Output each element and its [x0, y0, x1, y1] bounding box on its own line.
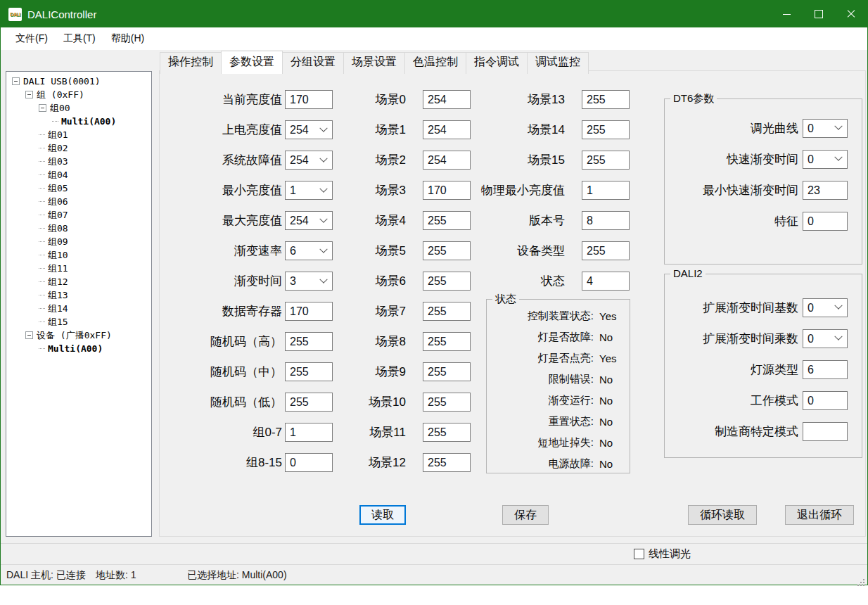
tab[interactable]: 场景设置 — [343, 52, 405, 74]
field-input[interactable]: 0 — [803, 298, 848, 317]
tree-item[interactable]: 组12 — [6, 275, 151, 288]
field-input[interactable]: 6 — [285, 241, 333, 260]
chevron-down-icon — [319, 184, 327, 192]
tree-connector — [39, 201, 45, 202]
tree-expander-icon[interactable] — [25, 331, 33, 339]
tree-connector — [39, 295, 45, 295]
status-label: 限制错误: — [487, 373, 594, 386]
field-value: 255 — [423, 424, 447, 441]
menu-item[interactable]: 工具(T) — [56, 28, 103, 49]
field-value: 255 — [582, 242, 606, 260]
field-input[interactable]: 255 — [423, 423, 471, 442]
tab[interactable]: 调试监控 — [527, 52, 589, 74]
tree-expander-icon[interactable] — [12, 77, 20, 85]
resize-grip-icon[interactable] — [857, 579, 859, 580]
param-field-row: 最小亮度值 1 — [161, 175, 333, 205]
tree-item[interactable]: 组03 — [6, 155, 151, 168]
param-field-row: 组0-7 1 — [161, 417, 333, 447]
menu-item[interactable]: 帮助(H) — [103, 28, 152, 49]
tree-item[interactable]: 组15 — [6, 315, 151, 329]
field-input[interactable]: 23 — [803, 181, 848, 200]
tree-item[interactable]: 组02 — [6, 141, 151, 155]
action-button[interactable]: 退出循环 — [785, 505, 854, 525]
tree-expander-icon[interactable] — [39, 104, 46, 112]
field-value: 3 — [286, 272, 296, 290]
field-input[interactable]: 170 — [285, 90, 333, 109]
field-label: 组0-7 — [161, 424, 282, 440]
maximize-button[interactable] — [803, 1, 835, 27]
action-button[interactable]: 读取 — [359, 505, 406, 525]
tree-item[interactable]: 组13 — [6, 288, 151, 302]
field-value: 0 — [803, 120, 814, 137]
field-input[interactable]: 255 — [582, 241, 630, 260]
tree-item[interactable]: 组08 — [6, 222, 151, 235]
field-input[interactable]: 254 — [285, 211, 333, 230]
field-input[interactable] — [803, 422, 848, 441]
tab[interactable]: 操作控制 — [160, 52, 222, 74]
tab[interactable]: 分组设置 — [282, 52, 344, 74]
checkbox[interactable] — [634, 549, 644, 559]
tree-item[interactable]: 组10 — [6, 248, 151, 262]
field-input[interactable]: 255 — [285, 393, 333, 412]
field-input[interactable]: 0 — [803, 212, 848, 231]
field-input[interactable]: 3 — [285, 272, 333, 291]
field-value: 254 — [286, 121, 309, 139]
tree-item[interactable]: 组07 — [6, 208, 151, 222]
field-input[interactable]: 255 — [582, 90, 630, 109]
close-button[interactable] — [835, 1, 867, 27]
field-input[interactable]: 255 — [423, 332, 471, 351]
field-input[interactable]: 4 — [582, 272, 630, 291]
tree-expander-icon[interactable] — [25, 91, 33, 98]
field-input[interactable]: 1 — [285, 181, 333, 200]
tree-item[interactable]: Multi(A00) — [6, 115, 151, 128]
tab[interactable]: 参数设置 — [221, 51, 283, 74]
action-button[interactable]: 保存 — [502, 505, 549, 525]
field-input[interactable]: 0 — [803, 391, 848, 410]
chevron-down-icon — [319, 124, 327, 132]
field-input[interactable]: 255 — [423, 393, 471, 412]
tree-item[interactable]: 组11 — [6, 262, 151, 275]
tree-item[interactable]: 组00 — [6, 101, 151, 115]
tree-item-label: Multi(A00) — [48, 343, 103, 354]
field-input[interactable]: 255 — [423, 362, 471, 381]
tree-item[interactable]: DALI USB(0001) — [6, 75, 151, 88]
field-value: 255 — [423, 212, 447, 229]
field-value: 6 — [286, 242, 296, 260]
field-input[interactable]: 255 — [582, 151, 630, 170]
field-input[interactable]: 170 — [285, 302, 333, 321]
tree-item[interactable]: 组01 — [6, 128, 151, 141]
field-input[interactable]: 0 — [285, 453, 333, 472]
action-button[interactable]: 循环读取 — [688, 505, 757, 525]
field-input[interactable]: 8 — [582, 211, 630, 230]
tree-item[interactable]: 组 (0xFF) — [6, 88, 151, 101]
tab[interactable]: 指令调试 — [466, 52, 528, 74]
minimize-button[interactable] — [770, 1, 803, 27]
field-input[interactable]: 1 — [582, 181, 630, 200]
field-input[interactable]: 0 — [803, 150, 848, 169]
field-input[interactable]: 255 — [285, 332, 333, 351]
tree-item[interactable]: 组06 — [6, 195, 151, 208]
field-label: 渐变速率 — [161, 243, 282, 259]
tree-item[interactable]: 组09 — [6, 235, 151, 248]
tree-connector — [39, 281, 45, 282]
field-input[interactable]: 6 — [803, 360, 848, 379]
tree-item[interactable]: 组05 — [6, 182, 151, 195]
tab[interactable]: 色温控制 — [404, 52, 466, 74]
status-label: 控制装置状态: — [487, 310, 594, 323]
field-input[interactable]: 1 — [285, 423, 333, 442]
tree-item[interactable]: 组14 — [6, 302, 151, 315]
param-field-row: 场景8 255 — [338, 326, 471, 357]
tree-item[interactable]: 设备 (广播0xFF) — [6, 329, 151, 342]
tree-item[interactable]: 组04 — [6, 168, 151, 182]
field-input[interactable]: 254 — [285, 120, 333, 139]
field-input[interactable]: 255 — [285, 362, 333, 381]
menu-item[interactable]: 文件(F) — [8, 28, 56, 49]
field-input[interactable]: 0 — [803, 329, 848, 348]
field-input[interactable]: 254 — [285, 151, 333, 170]
tree-connector — [39, 228, 45, 229]
tree-item[interactable]: Multi(A00) — [6, 342, 151, 355]
field-input[interactable]: 255 — [423, 453, 471, 472]
field-input[interactable]: 255 — [423, 302, 471, 321]
field-input[interactable]: 0 — [803, 119, 848, 138]
field-input[interactable]: 255 — [582, 120, 630, 139]
